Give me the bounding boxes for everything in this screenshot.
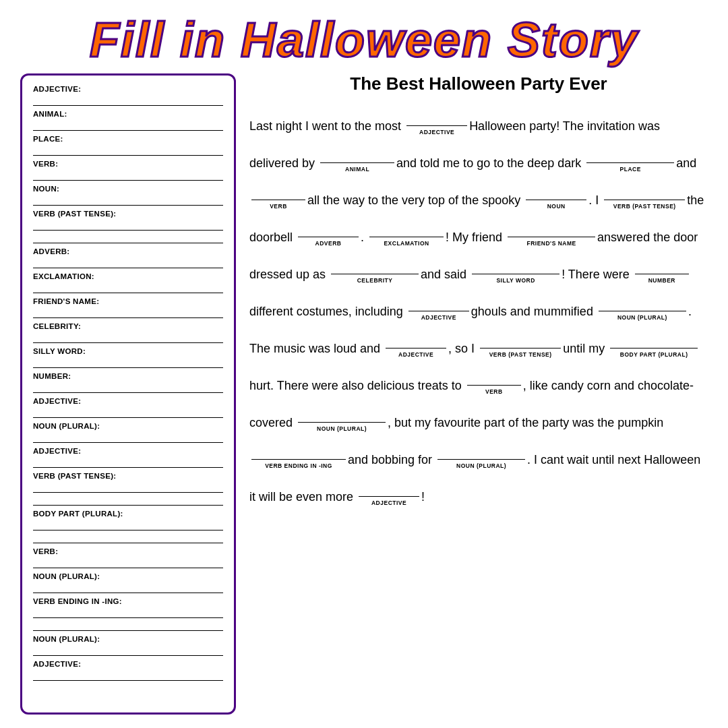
input-row: ADVERB: bbox=[33, 247, 223, 268]
blank-group: NOUN (PLURAL) bbox=[437, 435, 525, 472]
field-input[interactable] bbox=[33, 169, 223, 181]
story-text-segment: and told me to go to the deep dark bbox=[396, 156, 584, 170]
input-row: VERB: bbox=[33, 547, 223, 568]
blank-group: VERB ENDING IN -ING bbox=[251, 435, 346, 472]
field-input[interactable] bbox=[33, 381, 223, 393]
input-row: NOUN (PLURAL): bbox=[33, 572, 223, 593]
blank-line bbox=[635, 249, 689, 274]
story-text-segment: , so I bbox=[448, 342, 478, 355]
field-input[interactable] bbox=[33, 331, 223, 343]
field-label: VERB ENDING IN -ING: bbox=[33, 597, 223, 605]
story-text-segment: ghouls and mummified bbox=[471, 305, 597, 318]
field-label: NOUN: bbox=[33, 185, 223, 193]
blank-label: ADJECTIVE bbox=[371, 497, 406, 509]
input-row: CELEBRITY: bbox=[33, 322, 223, 343]
field-input[interactable] bbox=[33, 281, 223, 293]
blank-group: NOUN (PLURAL) bbox=[298, 398, 386, 435]
field-input[interactable] bbox=[33, 581, 223, 593]
blank-group: CELEBRITY bbox=[331, 249, 419, 286]
story-title: The Best Halloween Party Ever bbox=[249, 73, 708, 94]
field-label: ADJECTIVE: bbox=[33, 397, 223, 405]
blank-label: NOUN (PLURAL) bbox=[317, 423, 367, 435]
field-input[interactable] bbox=[33, 619, 223, 631]
blank-line bbox=[480, 324, 561, 348]
field-input[interactable] bbox=[33, 119, 223, 131]
blank-group: ANIMAL bbox=[320, 138, 394, 175]
blank-group: EXCLAMATION bbox=[369, 212, 444, 249]
blank-label: VERB (PAST TENSE) bbox=[489, 349, 552, 361]
field-input[interactable] bbox=[33, 94, 223, 106]
field-label: SILLY WORD: bbox=[33, 347, 223, 355]
story-text-segment: hurt. There were also delicious treats t… bbox=[249, 379, 465, 392]
field-input[interactable] bbox=[33, 193, 223, 206]
field-input[interactable] bbox=[33, 231, 223, 243]
blank-line bbox=[331, 249, 419, 274]
input-row: ADJECTIVE: bbox=[33, 660, 223, 681]
blank-label: VERB bbox=[270, 201, 287, 212]
field-input[interactable] bbox=[33, 144, 223, 156]
field-input[interactable] bbox=[33, 531, 223, 543]
story-text-segment: all the way to the very top of the spook… bbox=[307, 193, 524, 207]
field-input[interactable] bbox=[33, 606, 223, 618]
input-row: ADJECTIVE: bbox=[33, 85, 223, 106]
field-input[interactable] bbox=[33, 356, 223, 368]
field-input[interactable] bbox=[33, 556, 223, 568]
story-text-segment: Last night I went to the most bbox=[249, 119, 404, 133]
story-text-segment: ! bbox=[421, 490, 425, 504]
blank-line bbox=[298, 398, 386, 423]
field-input[interactable] bbox=[33, 256, 223, 268]
blank-line bbox=[251, 435, 346, 460]
blank-line bbox=[610, 324, 698, 348]
blank-line bbox=[408, 286, 469, 311]
blank-label: NOUN (PLURAL) bbox=[456, 460, 506, 472]
input-row: NOUN (PLURAL): bbox=[33, 635, 223, 656]
field-label: ADJECTIVE: bbox=[33, 660, 223, 668]
field-input[interactable] bbox=[33, 493, 223, 506]
blank-line bbox=[406, 101, 467, 126]
field-input[interactable] bbox=[33, 644, 223, 656]
input-row: SILLY WORD: bbox=[33, 347, 223, 368]
story-text-segment: until my bbox=[563, 342, 608, 355]
field-label: ADJECTIVE: bbox=[33, 85, 223, 93]
input-row: VERB (PAST TENSE): bbox=[33, 210, 223, 243]
input-row: PLACE: bbox=[33, 135, 223, 156]
field-input[interactable] bbox=[33, 518, 223, 530]
blank-line bbox=[437, 435, 525, 460]
page: Fill in Halloween Story ADJECTIVE:ANIMAL… bbox=[0, 0, 728, 728]
input-row: NUMBER: bbox=[33, 372, 223, 393]
page-title: Fill in Halloween Story bbox=[20, 13, 708, 67]
blank-group: VERB (PAST TENSE) bbox=[480, 324, 561, 361]
field-label: ANIMAL: bbox=[33, 110, 223, 118]
field-input[interactable] bbox=[33, 218, 223, 231]
field-input[interactable] bbox=[33, 406, 223, 418]
left-panel: ADJECTIVE:ANIMAL:PLACE:VERB:NOUN:VERB (P… bbox=[20, 73, 236, 715]
blank-line bbox=[586, 138, 674, 163]
blank-group: NOUN bbox=[526, 175, 586, 212]
blank-line bbox=[359, 472, 419, 497]
blank-label: ADJECTIVE bbox=[421, 312, 456, 324]
field-input[interactable] bbox=[33, 431, 223, 443]
blank-line bbox=[604, 175, 685, 200]
blank-group: ADJECTIVE bbox=[406, 101, 467, 138]
field-input[interactable] bbox=[33, 306, 223, 318]
blank-group: VERB bbox=[251, 175, 305, 212]
field-input[interactable] bbox=[33, 669, 223, 681]
blank-label: NOUN bbox=[547, 201, 566, 212]
field-label: BODY PART (PLURAL): bbox=[33, 510, 223, 518]
blank-group: VERB bbox=[467, 361, 521, 398]
story-text-segment: and said bbox=[421, 268, 470, 281]
blank-label: CELEBRITY bbox=[357, 275, 393, 286]
blank-label: NOUN (PLURAL) bbox=[617, 312, 667, 324]
blank-label: ADJECTIVE bbox=[419, 127, 454, 138]
blank-line bbox=[599, 286, 686, 311]
field-label: VERB: bbox=[33, 160, 223, 168]
story-text-segment: , but my favourite part of the party was… bbox=[388, 416, 663, 429]
field-input[interactable] bbox=[33, 481, 223, 493]
right-panel: The Best Halloween Party Ever Last night… bbox=[249, 73, 708, 715]
blank-label: NUMBER bbox=[648, 275, 675, 286]
blank-line bbox=[472, 249, 559, 274]
field-input[interactable] bbox=[33, 456, 223, 468]
field-label: NOUN (PLURAL): bbox=[33, 422, 223, 430]
story-text-segment: . I bbox=[588, 193, 602, 207]
blank-group: ADJECTIVE bbox=[359, 472, 419, 509]
